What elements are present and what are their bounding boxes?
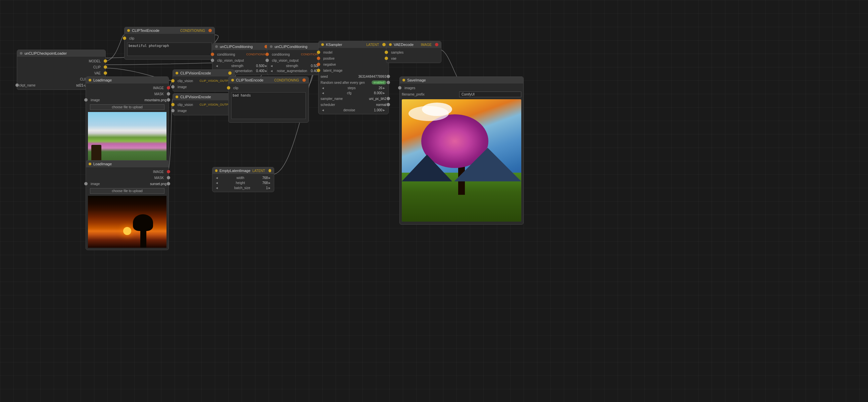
node-dot: [270, 45, 273, 48]
strength-label: strength: [218, 64, 256, 68]
negative-prompt-textarea[interactable]: bad hands: [231, 92, 306, 119]
ks-denoise-left[interactable]: ◄: [321, 108, 324, 112]
ckpt-label: ckpt_name: [19, 83, 76, 87]
cond2-noise-row: ◄ noise_augmentation 0.400 ►: [267, 68, 325, 73]
node-dot: [389, 43, 392, 46]
text-area-container: beautiful photograph: [125, 41, 215, 58]
li1-name-port-r: [167, 98, 170, 102]
el-batch-label: batch_size: [218, 186, 266, 190]
el-batch-left[interactable]: ◄: [215, 186, 218, 190]
cve1-out-port: [228, 71, 231, 75]
el-width-left[interactable]: ◄: [215, 176, 218, 180]
ks-denoise-label: denoise: [324, 108, 374, 112]
li2-upload-button[interactable]: choose file to upload: [90, 188, 164, 194]
vae-samples-label: samples: [389, 51, 439, 54]
cte2-clip-row: clip: [228, 85, 308, 91]
cve1-body: clip_vision CLIP_VISION_OUTPUT image: [173, 76, 234, 91]
vae-decode-title: VAEDecode: [394, 42, 413, 46]
ks-random-row: Random seed after every gen enabled: [318, 79, 389, 86]
ksampler-node: KSampler LATENT model positive negative …: [318, 41, 389, 114]
el-batch-right[interactable]: ►: [268, 186, 271, 190]
ks-latent-label: latent_image: [320, 69, 386, 72]
clip-text-encode-2-title: CLIPTextEncode: [236, 78, 264, 82]
ks-steps-right[interactable]: ►: [382, 86, 386, 90]
ks-denoise-right[interactable]: ►: [382, 108, 386, 112]
load-image-1-title: LoadImage: [93, 78, 112, 82]
vae-image-out-port: [435, 43, 438, 46]
load-image-1-header: LoadImage: [86, 77, 168, 83]
cond2-clipvision-label: clip_vision_output: [269, 59, 323, 62]
ks-cfg-right[interactable]: ►: [382, 91, 386, 95]
sunset-tree-top: [133, 214, 153, 231]
li2-mask-port: [167, 176, 170, 179]
unclip-conditioning-1-header: unCLIPConditioning: [213, 43, 271, 50]
cve1-clipvision-label: clip_vision: [175, 79, 199, 83]
load-image-2-title: LoadImage: [93, 162, 112, 166]
strength-left-arrow[interactable]: ◄: [215, 64, 218, 68]
li1-image-port: [167, 86, 170, 90]
li1-name-label: image: [88, 98, 144, 102]
el-height-row: ◄ height 768 ►: [213, 180, 274, 186]
ks-steps-label: steps: [324, 86, 379, 90]
load-image-1-node: LoadImage IMAGE MASK image mountains.png…: [86, 76, 169, 167]
vae-label: VAE: [19, 71, 103, 75]
cond2-clipvision-in: [266, 59, 269, 62]
si-images-row: images: [400, 85, 523, 91]
cond2-noise-left[interactable]: ◄: [270, 69, 273, 73]
vae-output-row: VAE: [17, 70, 105, 76]
ks-scheduler-value: normal: [376, 103, 386, 107]
clip-port: [104, 65, 107, 69]
li1-image-out-label: IMAGE: [88, 86, 166, 90]
vae-decode-body: samples vae: [386, 48, 441, 63]
si-filename-input[interactable]: [459, 92, 521, 97]
ks-seed-value: 363144844778993: [359, 75, 386, 78]
node-dot: [402, 79, 405, 81]
li1-upload-button[interactable]: choose file to upload: [90, 104, 164, 110]
ks-sampler-value: uni_pc_bh2: [369, 97, 386, 101]
el-height-left[interactable]: ◄: [215, 181, 218, 185]
clip-text-encode-2-body: clip bad hands: [228, 83, 308, 122]
li2-imagename-row: image sunset.png: [86, 181, 168, 187]
cve1-image-port: [171, 85, 175, 89]
li2-image-preview: [88, 196, 166, 248]
unclip-cond-1-title: unCLIPConditioning: [220, 44, 253, 48]
ks-random-toggle[interactable]: enabled: [372, 80, 386, 85]
vae-samples-row: samples: [386, 49, 441, 55]
clip-text-encode-2-header: CLIPTextEncode CONDITIONING: [228, 77, 308, 83]
li1-filename: mountains.png: [144, 98, 166, 102]
vae-port: [104, 71, 107, 75]
cte2-conditioning-out-label: CONDITIONING: [274, 78, 299, 82]
clip-output-row: CLIP: [17, 64, 105, 70]
node-dot: [231, 79, 234, 81]
el-width-right[interactable]: ►: [268, 176, 271, 180]
vae-decode-node: VAEDecode IMAGE samples vae: [386, 41, 441, 63]
ks-cfg-left[interactable]: ◄: [321, 91, 324, 95]
load-image-2-node: LoadImage IMAGE MASK image sunset.png ch…: [86, 160, 169, 250]
cond1-clipvision-in: [211, 59, 214, 62]
cloud-2: [422, 103, 452, 116]
cte2-textarea-container: bad hands: [228, 91, 308, 121]
el-height-right[interactable]: ►: [268, 181, 271, 185]
ks-scheduler-port: [387, 103, 390, 106]
sunset-bg: [88, 196, 166, 248]
li2-name-port-r: [167, 182, 170, 186]
cond2-noise-label: noise_augmentation: [273, 69, 311, 73]
el-height-value: 768: [262, 181, 268, 185]
si-images-port: [398, 86, 401, 90]
cond1-cond-in: [211, 53, 214, 56]
li2-name-port: [84, 182, 88, 186]
li2-mask-out-label: MASK: [88, 176, 166, 180]
save-image-node: SaveImage images filename_prefix: [399, 76, 524, 225]
node-dot: [20, 52, 23, 55]
node-dot: [215, 45, 218, 48]
positive-prompt-textarea[interactable]: beautiful photograph: [127, 42, 212, 56]
ks-cfg-label: cfg: [324, 91, 374, 95]
cte2-clip-label: clip: [230, 86, 306, 90]
ks-scheduler-label: scheduler: [320, 103, 376, 107]
vae-decode-header: VAEDecode IMAGE: [386, 41, 441, 48]
ks-denoise-row: ◄ denoise 1.000 ►: [318, 108, 389, 113]
cond2-strength-left[interactable]: ◄: [270, 64, 273, 68]
ks-steps-left[interactable]: ◄: [321, 86, 324, 90]
si-images-label: images: [402, 86, 521, 90]
el-batch-row: ◄ batch_size 1 ►: [213, 186, 274, 191]
